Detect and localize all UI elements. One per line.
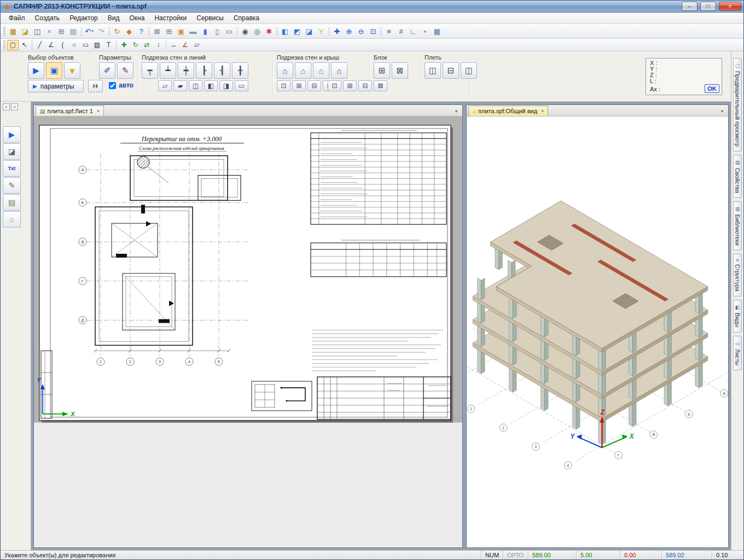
ghost-view-button[interactable]: ◎ [251, 26, 263, 37]
select-filter-button[interactable]: ▼ [64, 62, 80, 79]
maximize-button[interactable]: □ [700, 2, 716, 11]
new-sheet-button[interactable]: ▦ [7, 26, 19, 37]
dimension-tool-button[interactable]: ↔ [168, 40, 179, 50]
ortho-indicator[interactable]: ОРТО [503, 551, 528, 559]
node-edit-2-button[interactable]: ⊞ [343, 80, 357, 91]
view-top-button[interactable]: ◩ [291, 26, 303, 37]
menu-Создать[interactable]: Создать [30, 13, 65, 24]
pan-view-button[interactable]: ✚ [331, 26, 343, 37]
undo-button-dropdown-icon[interactable]: ▾ [91, 29, 94, 33]
trim-wall-cross-button[interactable]: ┿ [178, 62, 194, 79]
view-front-button[interactable]: ◧ [279, 26, 291, 37]
tab-sheet1[interactable]: ▤ плита.spf:Лист 1 × [36, 106, 104, 116]
text-tool-button[interactable]: Txt [3, 160, 21, 177]
move-tool-button[interactable]: ✚ [118, 40, 130, 50]
beam-button[interactable]: ▭ [223, 26, 235, 37]
auto-checkbox[interactable] [109, 82, 116, 89]
select-mode-button[interactable]: ▢ [7, 40, 19, 50]
trim-wall-top-button[interactable]: ┯ [142, 62, 158, 79]
frame-model-button[interactable]: ⊠ [151, 26, 163, 37]
polyline-tool-button[interactable]: ∠ [45, 40, 57, 50]
mirror-tool-button[interactable]: ⇄ [141, 40, 153, 50]
redo-button[interactable]: ↷ [95, 26, 107, 37]
circle-tool-button[interactable]: ○ [68, 40, 80, 50]
select-object-button[interactable]: ▶ [28, 62, 44, 79]
view-iso-button[interactable]: ◪ [303, 26, 315, 37]
text-tool-button[interactable]: T [103, 40, 114, 50]
join-walls-4-button[interactable]: ◧ [204, 80, 218, 91]
chain-create-button[interactable]: ◫ [425, 62, 441, 79]
coord-ok-button[interactable]: OK [705, 84, 719, 93]
hatch-tool-button[interactable]: ▨ [91, 40, 103, 50]
column-button[interactable]: ▯ [211, 26, 223, 37]
trim-roof-both-button[interactable]: ⌂ [313, 62, 329, 79]
trim-roof-up-button[interactable]: ⌂ [277, 62, 293, 79]
undo-button[interactable]: ↶▾ [83, 26, 95, 37]
menu-Настройки[interactable]: Настройки [149, 13, 191, 24]
trim-roof-down-button[interactable]: ⌂ [295, 62, 311, 79]
menu-Вид[interactable]: Вид [103, 13, 125, 24]
parameters-button[interactable]: ▶ параметры [28, 80, 84, 92]
pencil-tool-button[interactable]: ✎ [3, 177, 21, 194]
lock-button[interactable]: ▪ [419, 26, 431, 37]
zoom-out-button[interactable]: ⊖ [355, 26, 367, 37]
copy-button[interactable]: ⊞ [55, 26, 67, 37]
snap-grid-button[interactable]: # [395, 26, 407, 37]
node-edit-4-button[interactable]: ⊠ [374, 80, 387, 91]
menu-Файл[interactable]: Файл [4, 13, 30, 24]
apply-button[interactable]: ◆ [123, 26, 135, 37]
menu-Сервисы[interactable]: Сервисы [191, 13, 229, 24]
measure-tool-button[interactable]: ∠ [179, 40, 191, 50]
tab-general-view[interactable]: ⌂ плита.spf:Общий вид × [468, 106, 548, 116]
eraser-tool-button[interactable]: ▱ [191, 40, 202, 50]
roof-cut-3-button[interactable]: ⊟ [307, 80, 321, 91]
join-walls-3-button[interactable]: ◫ [189, 80, 202, 91]
roof-cut-2-button[interactable]: ⊞ [292, 80, 306, 91]
select-frame-button[interactable]: ▣ [46, 62, 62, 79]
block-create-button[interactable]: ⊞ [374, 62, 390, 79]
tab-sheets[interactable]: ▭Листы [733, 336, 742, 370]
open-button[interactable]: ◪ [19, 26, 31, 37]
close-doc-button[interactable]: × [43, 26, 55, 37]
materials-tool-button[interactable]: ▤ [3, 194, 21, 211]
menu-Окна[interactable]: Окна [125, 13, 150, 24]
tab-libraries[interactable]: ▥Библиотеки [733, 201, 742, 250]
join-walls-2-button[interactable]: ▰ [173, 80, 187, 91]
sheet-tab-list-dropdown[interactable]: ▾ [452, 107, 461, 116]
tool-settings-button[interactable]: ✱ [88, 80, 103, 92]
sheet-canvas[interactable]: Перекрытие на отм. +3.000Схема расположе… [34, 116, 462, 547]
filter-button[interactable]: Y [315, 26, 327, 37]
rotate-tool-button[interactable]: ↻ [130, 40, 141, 50]
save-button[interactable]: ◫ [31, 26, 43, 37]
trim-wall-right-button[interactable]: ┨ [214, 62, 230, 79]
chain-split-button[interactable]: ◫ [461, 62, 477, 79]
visibility-button[interactable]: ◉ [239, 26, 251, 37]
line-tool-button[interactable]: ╱ [34, 40, 45, 50]
trim-wall-both-button[interactable]: ╂ [232, 62, 248, 79]
grid-toggle-button[interactable]: ▦ [431, 26, 443, 37]
export-tool-button[interactable]: ⌂ [3, 211, 21, 228]
box-model-button[interactable]: ⊞ [163, 26, 175, 37]
zoom-fit-button[interactable]: ⊡ [367, 26, 379, 37]
select-tool-button[interactable]: ▶ [3, 126, 21, 143]
trim-wall-bottom-button[interactable]: ┷ [160, 62, 176, 79]
roof-cut-1-button[interactable]: ⊡ [277, 80, 290, 91]
join-walls-5-button[interactable]: ◨ [219, 80, 233, 91]
scale-tool-button[interactable]: ↕ [153, 40, 164, 50]
model-tab-close-icon[interactable]: × [541, 108, 544, 114]
update-button[interactable]: ↻ [111, 26, 123, 37]
tab-structure[interactable]: ≡Структура [733, 254, 742, 296]
join-walls-6-button[interactable]: ▭ [235, 80, 248, 91]
section-tool-button[interactable]: ◪ [3, 143, 21, 160]
chain-edit-button[interactable]: ⊟ [443, 62, 459, 79]
materials-button[interactable]: ✱ [263, 26, 275, 37]
help-mode-button[interactable]: ? [135, 26, 147, 37]
arc-tool-button[interactable]: ( [57, 40, 68, 50]
paste-button[interactable]: ▤ [67, 26, 79, 37]
line-style-button[interactable]: ≡ [383, 26, 395, 37]
node-edit-3-button[interactable]: ⊟ [358, 80, 372, 91]
trim-roof-remove-button[interactable]: ⌂ [331, 62, 347, 79]
solid-model-button[interactable]: ▣ [175, 26, 187, 37]
close-button[interactable]: × [719, 2, 741, 11]
zoom-in-button[interactable]: ⊕ [343, 26, 355, 37]
